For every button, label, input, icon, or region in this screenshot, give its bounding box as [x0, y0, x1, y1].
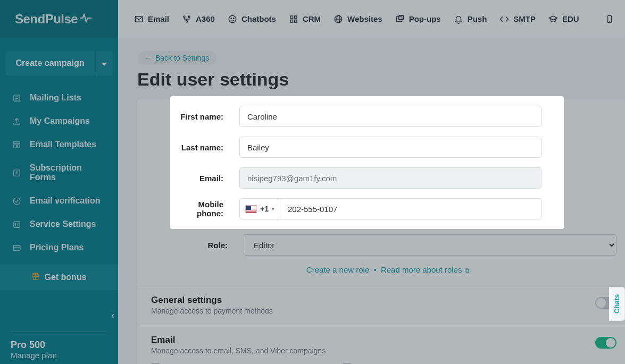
- sidebar-item-subscription-forms[interactable]: Subscription Forms: [0, 156, 118, 189]
- email-section-toggle[interactable]: [595, 337, 616, 349]
- last-name-input[interactable]: [239, 137, 541, 158]
- us-flag-icon: [245, 205, 257, 213]
- topnav-edu[interactable]: EDU: [548, 14, 579, 24]
- page-title: Edit user settings: [137, 69, 625, 90]
- external-link-icon: ⧉: [463, 267, 469, 274]
- chatbot-icon: [228, 14, 237, 24]
- svg-rect-7: [17, 145, 19, 148]
- topnav-smtp[interactable]: SMTP: [499, 14, 536, 24]
- email-label: Email:: [170, 174, 239, 183]
- highlighted-form: First name: Last name: Email: Mobile pho…: [170, 96, 564, 229]
- pulse-icon: [80, 12, 91, 27]
- topnav-popups[interactable]: Pop-ups: [395, 14, 441, 24]
- svg-point-26: [233, 18, 234, 19]
- section-general-settings: General settings Manage access to paymen…: [137, 285, 625, 325]
- role-label: Role:: [137, 241, 244, 250]
- plan-info: Pro 500 Manage plan: [11, 324, 107, 360]
- phone-country-selector[interactable]: +1 ▾: [239, 198, 280, 219]
- chats-side-tab[interactable]: Chats: [609, 287, 625, 321]
- topnav-email[interactable]: Email: [134, 14, 169, 24]
- sidebar-item-label: Email Templates: [30, 140, 96, 149]
- sidebar-item-label: Subscription Forms: [30, 163, 106, 182]
- sliders-icon: [12, 219, 21, 229]
- crm-icon: [289, 14, 298, 24]
- section-title: Email: [151, 335, 588, 345]
- create-campaign-dropdown[interactable]: [95, 51, 113, 75]
- email-input: [239, 167, 541, 189]
- section-desc: Manage access to email, SMS, and Viber c…: [151, 346, 588, 355]
- popup-icon: [395, 14, 405, 24]
- sidebar-nav: Mailing Lists My Campaigns Email Templat…: [0, 86, 118, 259]
- section-title: General settings: [151, 295, 588, 306]
- first-name-label: First name:: [170, 112, 239, 121]
- svg-point-23: [186, 21, 188, 22]
- svg-rect-27: [290, 16, 293, 19]
- collapse-sidebar-button[interactable]: ‹: [107, 309, 119, 321]
- mail-icon: [134, 14, 144, 24]
- sidebar-item-label: Email verification: [30, 196, 101, 206]
- svg-rect-29: [290, 20, 293, 22]
- edu-icon: [548, 14, 558, 24]
- logo[interactable]: SendPulse: [0, 0, 118, 38]
- phone-input[interactable]: [280, 198, 541, 219]
- form-icon: [12, 168, 21, 177]
- section-desc: Manage access to payment methods: [151, 307, 588, 315]
- mobile-icon-button[interactable]: [605, 14, 614, 24]
- phone-code: +1: [260, 205, 269, 213]
- svg-rect-30: [294, 20, 297, 22]
- automation-icon: [182, 14, 191, 24]
- chevron-down-icon: [102, 60, 107, 67]
- sidebar-item-my-campaigns[interactable]: My Campaigns: [0, 109, 118, 133]
- topnav-a360[interactable]: A360: [182, 14, 215, 24]
- get-bonus-button[interactable]: Get bonus: [0, 265, 118, 290]
- svg-rect-5: [13, 141, 19, 143]
- svg-point-24: [229, 15, 236, 23]
- plan-name: Pro 500: [11, 340, 107, 351]
- create-campaign-button[interactable]: Create campaign: [5, 51, 95, 75]
- sidebar-item-service-settings[interactable]: Service Settings: [0, 213, 118, 236]
- sidebar-item-pricing-plans[interactable]: Pricing Plans: [0, 236, 118, 259]
- sidebar-item-email-templates[interactable]: Email Templates: [0, 133, 118, 156]
- chevron-down-icon: ▾: [272, 206, 274, 211]
- topnav-chatbots[interactable]: Chatbots: [228, 14, 276, 24]
- code-icon: [499, 14, 509, 24]
- brand-name: SendPulse: [15, 12, 78, 27]
- card-icon: [12, 243, 21, 252]
- sidebar-item-label: My Campaigns: [30, 116, 90, 126]
- first-name-input[interactable]: [239, 106, 541, 127]
- topnav-crm[interactable]: CRM: [289, 14, 321, 24]
- sidebar-item-email-verification[interactable]: Email verification: [0, 189, 118, 213]
- svg-rect-6: [13, 145, 16, 148]
- svg-rect-28: [294, 16, 297, 19]
- gift-icon: [31, 272, 40, 283]
- chevron-left-icon: ‹: [111, 309, 115, 321]
- back-to-settings-link[interactable]: ← Back to Settings: [137, 51, 216, 65]
- svg-rect-35: [398, 15, 403, 20]
- svg-point-25: [231, 18, 232, 19]
- sidebar-item-label: Pricing Plans: [30, 243, 84, 252]
- topnav-push[interactable]: Push: [454, 14, 487, 24]
- svg-point-11: [13, 198, 20, 205]
- role-select[interactable]: Editor: [244, 234, 616, 256]
- templates-icon: [12, 140, 21, 149]
- bonus-label: Get bonus: [44, 273, 86, 282]
- bell-icon: [454, 14, 463, 24]
- phone-label: Mobile phone:: [170, 200, 239, 218]
- last-name-label: Last name:: [170, 143, 239, 152]
- sidebar: SendPulse Create campaign Mailing Lists …: [0, 0, 118, 364]
- svg-point-21: [184, 16, 185, 18]
- sidebar-item-label: Service Settings: [30, 219, 96, 229]
- list-icon: [12, 93, 21, 103]
- sidebar-item-mailing-lists[interactable]: Mailing Lists: [0, 86, 118, 109]
- topbar: Email A360 Chatbots CRM Websites Pop-ups…: [118, 0, 625, 38]
- topnav-websites[interactable]: Websites: [334, 14, 382, 24]
- globe-icon: [334, 14, 343, 24]
- manage-plan-link[interactable]: Manage plan: [11, 351, 107, 360]
- create-role-link[interactable]: Create a new role: [306, 265, 369, 274]
- svg-point-22: [188, 16, 190, 18]
- svg-rect-12: [13, 221, 19, 227]
- check-circle-icon: [12, 196, 21, 206]
- upload-icon: [12, 116, 21, 126]
- mobile-icon: [605, 14, 614, 24]
- read-about-roles-link[interactable]: Read more about roles ⧉: [381, 265, 470, 274]
